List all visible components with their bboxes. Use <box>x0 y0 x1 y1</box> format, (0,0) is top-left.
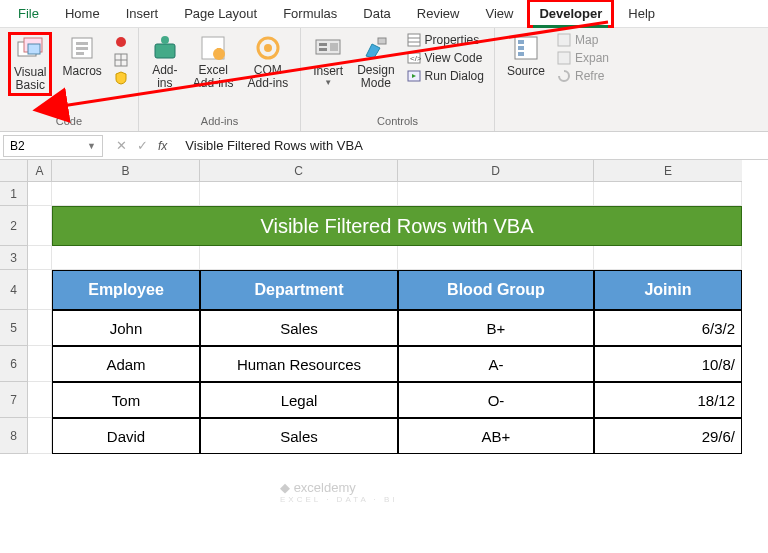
tab-insert[interactable]: Insert <box>114 0 171 28</box>
col-header-d[interactable]: D <box>398 160 594 182</box>
fx-icon[interactable]: fx <box>158 139 167 153</box>
macros-button[interactable]: Macros <box>58 32 105 80</box>
chevron-down-icon[interactable]: ▼ <box>87 141 96 151</box>
cancel-icon[interactable]: ✕ <box>116 138 127 153</box>
cell-join[interactable]: 6/3/2 <box>594 310 742 346</box>
excel-addins-icon <box>199 34 227 62</box>
relative-ref-button[interactable] <box>112 52 130 68</box>
design-mode-label: Design Mode <box>357 64 394 90</box>
cell-join[interactable]: 18/12 <box>594 382 742 418</box>
tab-view[interactable]: View <box>473 0 525 28</box>
row-header-8[interactable]: 8 <box>0 418 28 454</box>
source-button[interactable]: Source <box>503 32 549 80</box>
tab-formulas[interactable]: Formulas <box>271 0 349 28</box>
cell-blood[interactable]: AB+ <box>398 418 594 454</box>
tab-page-layout[interactable]: Page Layout <box>172 0 269 28</box>
map-properties-button[interactable]: Map <box>555 32 611 48</box>
cell[interactable] <box>594 246 742 270</box>
svg-rect-31 <box>518 40 524 44</box>
svg-rect-6 <box>76 52 84 55</box>
cell-employee[interactable]: Adam <box>52 346 200 382</box>
row-header-5[interactable]: 5 <box>0 310 28 346</box>
refresh-button[interactable]: Refre <box>555 68 611 84</box>
insert-control-button[interactable]: Insert ▼ <box>309 32 347 89</box>
ribbon: Visual Basic Macros Code <box>0 28 768 132</box>
cell[interactable] <box>52 246 200 270</box>
com-addins-button[interactable]: COM Add-ins <box>244 32 293 92</box>
formula-input[interactable]: Visible Filtered Rows with VBA <box>177 138 768 153</box>
tab-home[interactable]: Home <box>53 0 112 28</box>
cell[interactable] <box>200 246 398 270</box>
row-header-4[interactable]: 4 <box>0 270 28 310</box>
cell-department[interactable]: Sales <box>200 310 398 346</box>
view-code-button[interactable]: </> View Code <box>405 50 486 66</box>
tab-help[interactable]: Help <box>616 0 667 28</box>
tab-data[interactable]: Data <box>351 0 402 28</box>
tab-file[interactable]: File <box>6 0 51 28</box>
cell[interactable] <box>28 418 52 454</box>
excel-addins-button[interactable]: Excel Add-ins <box>189 32 238 92</box>
design-mode-button[interactable]: Design Mode <box>353 32 398 92</box>
cell[interactable] <box>28 382 52 418</box>
row-header-6[interactable]: 6 <box>0 346 28 382</box>
row-header-7[interactable]: 7 <box>0 382 28 418</box>
cell[interactable] <box>28 270 52 310</box>
expansion-button[interactable]: Expan <box>555 50 611 66</box>
properties-icon <box>407 33 421 47</box>
cell-join[interactable]: 10/8/ <box>594 346 742 382</box>
cell-department[interactable]: Human Resources <box>200 346 398 382</box>
col-header-a[interactable]: A <box>28 160 52 182</box>
cell[interactable] <box>398 182 594 206</box>
visual-basic-button[interactable]: Visual Basic <box>8 32 52 96</box>
macro-security-button[interactable] <box>112 70 130 86</box>
banner-cell[interactable]: Visible Filtered Rows with VBA <box>52 206 742 246</box>
cell[interactable] <box>594 182 742 206</box>
cell-blood[interactable]: O- <box>398 382 594 418</box>
record-macro-button[interactable] <box>112 34 130 50</box>
row-header-1[interactable]: 1 <box>0 182 28 206</box>
cell-blood[interactable]: A- <box>398 346 594 382</box>
svg-rect-19 <box>319 43 327 46</box>
row-header-2[interactable]: 2 <box>0 206 28 246</box>
cell[interactable] <box>200 182 398 206</box>
accept-icon[interactable]: ✓ <box>137 138 148 153</box>
cell[interactable] <box>398 246 594 270</box>
col-header-e[interactable]: E <box>594 160 742 182</box>
table-header[interactable]: Joinin <box>594 270 742 310</box>
cell[interactable] <box>28 206 52 246</box>
svg-rect-22 <box>378 38 386 44</box>
svg-rect-2 <box>28 44 40 54</box>
cell[interactable] <box>28 246 52 270</box>
table-header[interactable]: Employee <box>52 270 200 310</box>
cell-employee[interactable]: David <box>52 418 200 454</box>
col-header-b[interactable]: B <box>52 160 200 182</box>
cell-department[interactable]: Sales <box>200 418 398 454</box>
select-all-corner[interactable] <box>0 160 28 182</box>
table-header[interactable]: Department <box>200 270 398 310</box>
cell[interactable] <box>52 182 200 206</box>
column-headers-row: A B C D E <box>0 160 768 182</box>
cell-employee[interactable]: John <box>52 310 200 346</box>
cell[interactable] <box>28 346 52 382</box>
table-header[interactable]: Blood Group <box>398 270 594 310</box>
group-code-label: Code <box>8 115 130 129</box>
cell-join[interactable]: 29/6/ <box>594 418 742 454</box>
source-icon <box>512 34 540 62</box>
col-header-c[interactable]: C <box>200 160 398 182</box>
cell-employee[interactable]: Tom <box>52 382 200 418</box>
addins-button[interactable]: Add- ins <box>147 32 183 92</box>
cell-department[interactable]: Legal <box>200 382 398 418</box>
cell[interactable] <box>28 310 52 346</box>
cell[interactable] <box>28 182 52 206</box>
run-dialog-button[interactable]: Run Dialog <box>405 68 486 84</box>
name-box[interactable]: B2 ▼ <box>3 135 103 157</box>
row-header-3[interactable]: 3 <box>0 246 28 270</box>
record-icon <box>114 35 128 49</box>
properties-button[interactable]: Properties <box>405 32 486 48</box>
group-controls: Insert ▼ Design Mode Properties </> View… <box>301 28 495 131</box>
design-mode-icon <box>362 34 390 62</box>
tab-developer[interactable]: Developer <box>527 0 614 28</box>
tab-review[interactable]: Review <box>405 0 472 28</box>
cell-blood[interactable]: B+ <box>398 310 594 346</box>
run-dialog-icon <box>407 69 421 83</box>
